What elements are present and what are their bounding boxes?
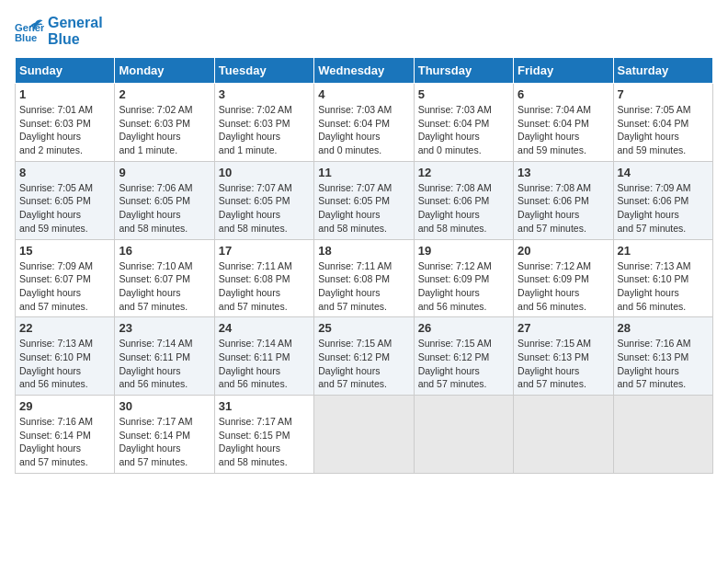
calendar-cell: 6Sunrise: 7:04 AMSunset: 6:04 PMDaylight… — [514, 84, 613, 162]
logo-blue: Blue — [48, 31, 103, 48]
day-number: 30 — [119, 399, 210, 413]
calendar-cell: 17Sunrise: 7:11 AMSunset: 6:08 PMDayligh… — [214, 239, 313, 317]
calendar-cell: 10Sunrise: 7:07 AMSunset: 6:05 PMDayligh… — [214, 161, 313, 239]
day-number: 23 — [119, 321, 210, 335]
calendar-cell: 1Sunrise: 7:01 AMSunset: 6:03 PMDaylight… — [16, 84, 115, 162]
day-info: Sunrise: 7:09 AMSunset: 6:07 PMDaylight … — [19, 259, 110, 314]
day-info: Sunrise: 7:12 AMSunset: 6:09 PMDaylight … — [418, 259, 509, 314]
day-number: 20 — [518, 244, 609, 258]
day-number: 21 — [618, 244, 709, 258]
day-number: 3 — [219, 87, 310, 101]
calendar-cell: 11Sunrise: 7:07 AMSunset: 6:05 PMDayligh… — [314, 161, 414, 239]
day-info: Sunrise: 7:13 AMSunset: 6:10 PMDaylight … — [19, 337, 110, 391]
calendar-cell: 29Sunrise: 7:16 AMSunset: 6:14 PMDayligh… — [16, 396, 115, 474]
day-info: Sunrise: 7:15 AMSunset: 6:12 PMDaylight … — [418, 337, 509, 391]
day-info: Sunrise: 7:05 AMSunset: 6:05 PMDaylight … — [19, 181, 110, 236]
day-number: 9 — [119, 166, 210, 179]
day-info: Sunrise: 7:06 AMSunset: 6:05 PMDaylight … — [119, 181, 210, 236]
day-info: Sunrise: 7:05 AMSunset: 6:04 PMDaylight … — [618, 103, 709, 157]
weekday-header-monday: Monday — [115, 58, 214, 84]
day-number: 1 — [19, 87, 110, 101]
calendar-cell: 3Sunrise: 7:02 AMSunset: 6:03 PMDaylight… — [214, 84, 313, 162]
day-info: Sunrise: 7:14 AMSunset: 6:11 PMDaylight … — [219, 337, 310, 391]
day-number: 16 — [119, 244, 210, 258]
calendar-cell: 7Sunrise: 7:05 AMSunset: 6:04 PMDaylight… — [613, 84, 712, 162]
day-number: 15 — [19, 244, 110, 258]
calendar-cell: 5Sunrise: 7:03 AMSunset: 6:04 PMDaylight… — [414, 84, 513, 162]
calendar-cell: 18Sunrise: 7:11 AMSunset: 6:08 PMDayligh… — [314, 239, 414, 317]
day-number: 11 — [318, 166, 409, 179]
day-info: Sunrise: 7:17 AMSunset: 6:14 PMDaylight … — [119, 415, 210, 469]
weekday-header-tuesday: Tuesday — [214, 58, 313, 84]
day-info: Sunrise: 7:03 AMSunset: 6:04 PMDaylight … — [318, 103, 409, 157]
day-info: Sunrise: 7:15 AMSunset: 6:13 PMDaylight … — [518, 337, 609, 391]
day-number: 25 — [318, 321, 409, 335]
calendar-cell: 24Sunrise: 7:14 AMSunset: 6:11 PMDayligh… — [214, 317, 313, 396]
day-number: 27 — [518, 321, 609, 335]
calendar-cell: 26Sunrise: 7:15 AMSunset: 6:12 PMDayligh… — [414, 317, 513, 396]
calendar-cell: 21Sunrise: 7:13 AMSunset: 6:10 PMDayligh… — [613, 239, 712, 317]
calendar-cell: 9Sunrise: 7:06 AMSunset: 6:05 PMDaylight… — [115, 161, 214, 239]
calendar-table: SundayMondayTuesdayWednesdayThursdayFrid… — [15, 57, 713, 474]
day-number: 5 — [418, 87, 509, 101]
day-info: Sunrise: 7:04 AMSunset: 6:04 PMDaylight … — [518, 103, 609, 157]
calendar-cell — [613, 396, 712, 474]
calendar-week-2: 8Sunrise: 7:05 AMSunset: 6:05 PMDaylight… — [16, 161, 713, 239]
calendar-cell: 8Sunrise: 7:05 AMSunset: 6:05 PMDaylight… — [16, 161, 115, 239]
logo: General Blue General Blue — [15, 15, 103, 48]
day-number: 19 — [418, 244, 509, 258]
day-number: 17 — [219, 244, 310, 258]
calendar-cell: 15Sunrise: 7:09 AMSunset: 6:07 PMDayligh… — [16, 239, 115, 317]
day-number: 31 — [219, 399, 310, 413]
day-info: Sunrise: 7:01 AMSunset: 6:03 PMDaylight … — [19, 103, 110, 157]
day-info: Sunrise: 7:16 AMSunset: 6:14 PMDaylight … — [19, 415, 110, 469]
day-info: Sunrise: 7:07 AMSunset: 6:05 PMDaylight … — [219, 181, 310, 236]
calendar-cell: 12Sunrise: 7:08 AMSunset: 6:06 PMDayligh… — [414, 161, 513, 239]
day-info: Sunrise: 7:09 AMSunset: 6:06 PMDaylight … — [618, 181, 709, 236]
weekday-header-wednesday: Wednesday — [314, 58, 414, 84]
day-info: Sunrise: 7:16 AMSunset: 6:13 PMDaylight … — [618, 337, 709, 391]
day-number: 14 — [618, 166, 709, 179]
day-info: Sunrise: 7:12 AMSunset: 6:09 PMDaylight … — [518, 259, 609, 314]
day-info: Sunrise: 7:11 AMSunset: 6:08 PMDaylight … — [219, 259, 310, 314]
day-number: 10 — [219, 166, 310, 179]
calendar-week-4: 22Sunrise: 7:13 AMSunset: 6:10 PMDayligh… — [16, 317, 713, 396]
day-info: Sunrise: 7:02 AMSunset: 6:03 PMDaylight … — [219, 103, 310, 157]
day-number: 13 — [518, 166, 609, 179]
calendar-week-3: 15Sunrise: 7:09 AMSunset: 6:07 PMDayligh… — [16, 239, 713, 317]
logo-name: General — [48, 15, 103, 31]
day-info: Sunrise: 7:03 AMSunset: 6:04 PMDaylight … — [418, 103, 509, 157]
day-number: 29 — [19, 399, 110, 413]
day-number: 8 — [19, 166, 110, 179]
calendar-week-1: 1Sunrise: 7:01 AMSunset: 6:03 PMDaylight… — [16, 84, 713, 162]
weekday-header-thursday: Thursday — [414, 58, 513, 84]
day-info: Sunrise: 7:14 AMSunset: 6:11 PMDaylight … — [119, 337, 210, 391]
day-number: 12 — [418, 166, 509, 179]
day-number: 4 — [318, 87, 409, 101]
calendar-cell: 25Sunrise: 7:15 AMSunset: 6:12 PMDayligh… — [314, 317, 414, 396]
calendar-cell: 30Sunrise: 7:17 AMSunset: 6:14 PMDayligh… — [115, 396, 214, 474]
weekday-header-saturday: Saturday — [613, 58, 712, 84]
calendar-cell: 23Sunrise: 7:14 AMSunset: 6:11 PMDayligh… — [115, 317, 214, 396]
calendar-cell: 28Sunrise: 7:16 AMSunset: 6:13 PMDayligh… — [613, 317, 712, 396]
calendar-cell: 13Sunrise: 7:08 AMSunset: 6:06 PMDayligh… — [514, 161, 613, 239]
calendar-cell: 22Sunrise: 7:13 AMSunset: 6:10 PMDayligh… — [16, 317, 115, 396]
weekday-header-sunday: Sunday — [16, 58, 115, 84]
weekday-header-friday: Friday — [514, 58, 613, 84]
day-number: 24 — [219, 321, 310, 335]
day-info: Sunrise: 7:17 AMSunset: 6:15 PMDaylight … — [219, 415, 310, 469]
day-info: Sunrise: 7:10 AMSunset: 6:07 PMDaylight … — [119, 259, 210, 314]
calendar-cell: 14Sunrise: 7:09 AMSunset: 6:06 PMDayligh… — [613, 161, 712, 239]
day-info: Sunrise: 7:11 AMSunset: 6:08 PMDaylight … — [318, 259, 409, 314]
calendar-week-5: 29Sunrise: 7:16 AMSunset: 6:14 PMDayligh… — [16, 396, 713, 474]
calendar-cell: 27Sunrise: 7:15 AMSunset: 6:13 PMDayligh… — [514, 317, 613, 396]
day-number: 7 — [618, 87, 709, 101]
calendar-header-row: SundayMondayTuesdayWednesdayThursdayFrid… — [16, 58, 713, 84]
calendar-cell: 4Sunrise: 7:03 AMSunset: 6:04 PMDaylight… — [314, 84, 414, 162]
day-info: Sunrise: 7:07 AMSunset: 6:05 PMDaylight … — [318, 181, 409, 236]
day-number: 6 — [518, 87, 609, 101]
calendar-cell: 20Sunrise: 7:12 AMSunset: 6:09 PMDayligh… — [514, 239, 613, 317]
day-info: Sunrise: 7:08 AMSunset: 6:06 PMDaylight … — [518, 181, 609, 236]
day-number: 26 — [418, 321, 509, 335]
day-info: Sunrise: 7:13 AMSunset: 6:10 PMDaylight … — [618, 259, 709, 314]
